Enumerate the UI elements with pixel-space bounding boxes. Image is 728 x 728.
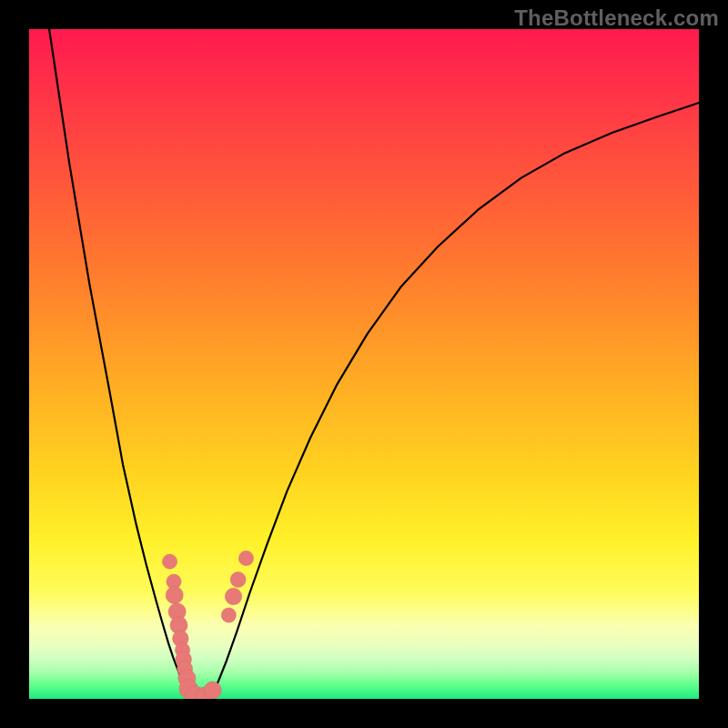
data-point-right-dots-1 [225, 588, 241, 604]
data-point-left-dots-2 [166, 586, 183, 603]
data-point-left-dots-13 [204, 682, 221, 699]
curve-layer [49, 29, 699, 698]
series-right-curve [211, 103, 699, 695]
watermark-text: TheBottleneck.com [514, 5, 719, 31]
chart-svg [29, 29, 699, 699]
data-point-left-dots-0 [162, 554, 177, 569]
data-point-right-dots-2 [230, 572, 246, 588]
plot-area [29, 29, 699, 699]
data-point-right-dots-3 [238, 551, 253, 565]
data-point-right-dots-0 [221, 608, 236, 622]
chart-frame: TheBottleneck.com [0, 0, 728, 728]
